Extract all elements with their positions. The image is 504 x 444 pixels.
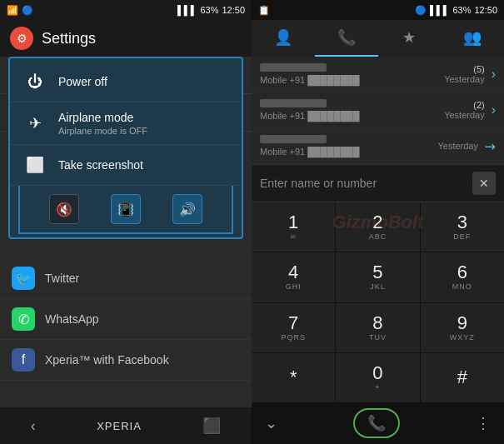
dialer-area: Enter name or number ✕ 1 ∞ 2 ABC 3 DEF 4… [252,165,504,402]
screenshot-item[interactable]: ⬜ Take screenshot [10,145,242,186]
screenshot-label: Take screenshot [58,158,143,172]
call-arrow-1: › [492,67,496,82]
volume-controls: 🔇 📳 🔊 [18,186,233,234]
right-time: 12:50 [474,5,497,15]
bluetooth-icon: 🔵 [22,5,33,16]
key-7[interactable]: 7 PQRS [252,303,335,352]
key-4[interactable]: 4 GHI [252,252,335,302]
right-battery: 63% [452,5,471,15]
left-status-bar: 📶 🔵 ▌▌▌ 63% 12:50 [0,0,252,20]
key-3[interactable]: 3 DEF [421,202,504,252]
call-time-1: Yesterday [444,74,485,84]
call-meta-1: (5) Yesterday [444,64,485,84]
right-status-right: 🔵 ▌▌▌ 63% 12:50 [415,5,497,16]
call-arrow-2: › [492,102,496,117]
call-count-1: (5) [444,64,485,74]
signal-icon: ▌▌▌ [177,5,197,15]
left-panel: 📶 🔵 ▌▌▌ 63% 12:50 ⚙ Settings ↺ Backup & … [0,0,252,444]
key-5[interactable]: 5 JKL [336,252,419,302]
power-off-item[interactable]: ⏻ Power off [10,62,242,102]
left-bottom-nav: ‹ XPERIA ⬛ [0,407,252,444]
key-2[interactable]: 2 ABC [336,202,419,252]
dialer-input-row: Enter name or number ✕ [252,165,504,202]
settings-icon: ⚙ [10,27,33,50]
vol-vibrate-icon[interactable]: 📳 [111,194,141,224]
tab-groups[interactable]: 👥 [441,20,504,57]
left-status-icons: 📶 🔵 [7,5,33,16]
call-arrow-3: ↗ [481,137,500,156]
call-number-3: Mobile +91 ████████ [260,147,437,157]
call-button[interactable]: 📞 [353,408,400,438]
left-nav-title: XPERIA [97,420,142,432]
app-shortcuts-container: 🐦 Twitter ✆ WhatsApp f Xperia™ with Face… [0,258,252,381]
whatsapp-icon: ✆ [12,307,35,331]
vol-up-icon[interactable]: 🔊 [172,194,202,224]
right-bluetooth-icon: 🔵 [415,5,427,16]
call-item-3[interactable]: Mobile +91 ████████ Yesterday ↗ [252,128,504,164]
dialer-clear-button[interactable]: ✕ [472,172,496,195]
call-meta-2: (2) Yesterday [444,100,485,120]
airplane-mode-item[interactable]: ✈ Airplane mode Airplane mode is OFF [10,102,242,145]
settings-title: Settings [42,30,96,47]
groups-icon: 👥 [463,28,482,47]
key-8[interactable]: 8 TUV [336,303,419,352]
airplane-label: Airplane mode [58,111,147,124]
airplane-icon: ✈ [23,112,47,135]
power-menu: ⏻ Power off ✈ Airplane mode Airplane mod… [8,57,243,239]
right-panel: 📋 🔵 ▌▌▌ 63% 12:50 👤 📞 ★ 👥 Mobile +91 ███… [252,0,504,444]
key-1[interactable]: 1 ∞ [252,202,335,252]
power-off-icon: ⏻ [23,70,47,93]
call-item-1[interactable]: Mobile +91 ████████ (5) Yesterday › [252,57,504,92]
notification-icon: 📶 [7,5,18,16]
key-0[interactable]: 0 + [336,353,419,402]
dialer-input-placeholder[interactable]: Enter name or number [260,177,472,190]
left-home-btn[interactable]: ⬛ [202,417,221,435]
tab-phone[interactable]: 📞 [315,20,378,57]
right-status-icons: 📋 [258,5,270,16]
tab-favorites[interactable]: ★ [378,20,442,57]
call-number-1: Mobile +91 ████████ [260,75,444,85]
recent-calls-list: Mobile +91 ████████ (5) Yesterday › Mobi… [252,57,504,165]
phone-icon: 📞 [337,28,356,47]
twitter-shortcut[interactable]: 🐦 Twitter [0,258,252,299]
key-star[interactable]: * [252,353,335,402]
call-name-bar-1 [260,63,327,72]
right-signal-icon: ▌▌▌ [430,5,449,15]
call-meta-3: Yesterday [437,141,478,151]
facebook-shortcut[interactable]: f Xperia™ with Facebook [0,340,252,381]
key-hash[interactable]: # [421,353,504,402]
left-status-right: ▌▌▌ 63% 12:50 [177,5,245,15]
call-name-bar-3 [260,135,327,143]
left-back-btn[interactable]: ‹ [31,417,36,435]
dialer-bottom-nav: ⌄ 📞 ⋮ [252,402,504,444]
call-time-3: Yesterday [437,141,478,151]
call-number-2: Mobile +91 ████████ [260,111,444,121]
left-time: 12:50 [222,5,245,15]
call-count-2: (2) [444,100,485,110]
airplane-subtitle: Airplane mode is OFF [58,126,147,136]
call-icon: 📞 [367,414,386,432]
call-time-2: Yesterday [444,110,485,120]
facebook-label: Xperia™ with Facebook [45,353,169,367]
dialer-chevron[interactable]: ⌄ [265,414,277,432]
keypad: 1 ∞ 2 ABC 3 DEF 4 GHI 5 JKL 6 MNO [252,202,504,402]
tab-contacts[interactable]: 👤 [252,20,315,57]
key-9[interactable]: 9 WXYZ [421,303,504,352]
contacts-icon: 👤 [274,28,292,47]
vol-mute-icon[interactable]: 🔇 [49,194,79,224]
favorites-icon: ★ [402,28,416,47]
right-notification-icon: 📋 [258,5,270,16]
dialer-tabs: 👤 📞 ★ 👥 [252,20,504,57]
right-status-bar: 📋 🔵 ▌▌▌ 63% 12:50 [252,0,504,20]
whatsapp-label: WhatsApp [45,312,99,326]
twitter-label: Twitter [45,272,79,285]
screenshot-icon: ⬜ [23,153,47,177]
twitter-icon: 🐦 [12,267,35,290]
facebook-icon: f [12,348,35,372]
more-options-button[interactable]: ⋮ [476,414,491,432]
call-item-2[interactable]: Mobile +91 ████████ (2) Yesterday › [252,92,504,128]
whatsapp-shortcut[interactable]: ✆ WhatsApp [0,299,252,340]
key-6[interactable]: 6 MNO [421,252,504,302]
battery-level: 63% [200,5,218,15]
call-name-bar-2 [260,99,327,107]
